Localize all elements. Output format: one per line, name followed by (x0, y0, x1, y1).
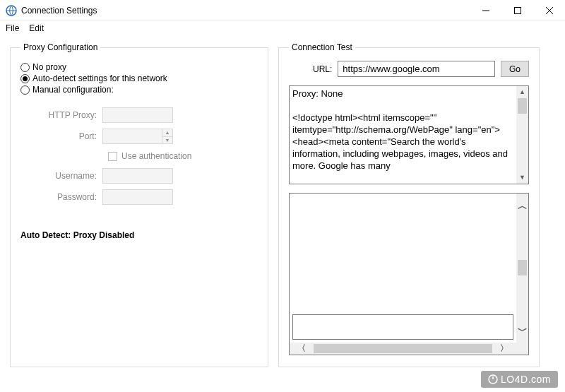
watermark: LO4D.com (481, 371, 558, 388)
username-label: Username: (26, 171, 102, 181)
http-proxy-label: HTTP Proxy: (26, 110, 102, 120)
minimize-button[interactable] (470, 0, 501, 21)
radio-auto-detect[interactable]: Auto-detect settings for this network (20, 73, 258, 83)
radio-icon (20, 74, 30, 83)
test-legend: Connection Test (289, 42, 355, 52)
svg-rect-2 (514, 7, 521, 13)
connection-test-panel: Connection Test URL: https://www.google.… (278, 42, 540, 367)
radio-label: No proxy (32, 62, 66, 72)
password-label: Password: (26, 192, 102, 202)
watermark-text: LO4D.com (501, 374, 551, 385)
radio-manual[interactable]: Manual configuration: (20, 85, 258, 95)
proxy-config-panel: Proxy Configuration No proxy Auto-detect… (10, 42, 268, 367)
use-auth-checkbox[interactable]: Use authentication (108, 151, 258, 161)
window-title: Connection Settings (21, 6, 97, 16)
vertical-scrollbar[interactable]: ▲ ▼ (516, 86, 528, 184)
port-label: Port: (26, 131, 102, 141)
menu-edit[interactable]: Edit (29, 23, 44, 33)
port-field[interactable] (102, 129, 162, 144)
horizontal-scrollbar[interactable]: 〈 〉 (290, 343, 516, 355)
vertical-scrollbar[interactable]: ︿ ﹀ (516, 194, 528, 355)
maximize-button[interactable] (501, 0, 533, 21)
close-button[interactable] (533, 0, 565, 21)
scroll-right-icon[interactable]: 〉 (492, 343, 516, 355)
checkbox-icon (108, 152, 117, 161)
url-label: URL: (289, 64, 332, 74)
http-proxy-field[interactable] (102, 107, 173, 123)
menu-bar: File Edit (0, 21, 565, 35)
radio-label: Auto-detect settings for this network (32, 73, 167, 83)
port-spinner[interactable]: ▲ ▼ (162, 129, 173, 144)
scroll-left-icon[interactable]: 〈 (290, 343, 314, 355)
go-button[interactable]: Go (501, 61, 529, 77)
scroll-down-icon[interactable]: ﹀ (516, 319, 528, 343)
radio-icon (20, 85, 30, 95)
scroll-down-icon[interactable]: ▼ (516, 172, 528, 184)
username-field[interactable] (102, 168, 173, 184)
inner-input[interactable] (292, 314, 513, 340)
window-controls (470, 0, 565, 21)
scroll-thumb[interactable] (518, 98, 527, 114)
menu-file[interactable]: File (6, 23, 19, 33)
spinner-down-icon[interactable]: ▼ (162, 137, 172, 144)
use-auth-label: Use authentication (121, 151, 191, 161)
scroll-up-icon[interactable]: ︿ (516, 194, 528, 218)
secondary-output[interactable]: ︿ ﹀ 〈 〉 (289, 193, 529, 355)
app-icon (6, 5, 17, 16)
radio-icon (20, 63, 30, 72)
response-text: Proxy: None <!doctype html><html itemsco… (290, 86, 528, 173)
password-field[interactable] (102, 189, 173, 205)
scroll-thumb[interactable] (314, 344, 492, 353)
title-bar: Connection Settings (0, 0, 565, 21)
radio-no-proxy[interactable]: No proxy (20, 62, 258, 72)
url-input[interactable]: https://www.google.com (338, 61, 495, 77)
radio-label: Manual configuration: (32, 85, 114, 95)
proxy-status: Auto Detect: Proxy Disabled (20, 230, 258, 240)
scroll-up-icon[interactable]: ▲ (516, 86, 528, 98)
manual-config-block: HTTP Proxy: Port: ▲ ▼ Use authentication (20, 107, 258, 205)
proxy-legend: Proxy Configuration (20, 42, 100, 52)
scroll-thumb[interactable] (518, 260, 527, 275)
spinner-up-icon[interactable]: ▲ (162, 129, 172, 137)
response-output[interactable]: Proxy: None <!doctype html><html itemsco… (289, 85, 529, 184)
